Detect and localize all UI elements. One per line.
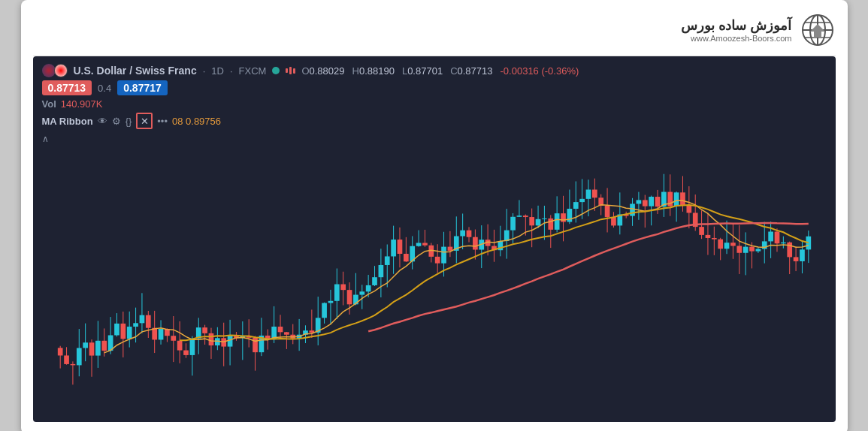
svg-rect-6	[814, 32, 821, 38]
candlestick-chart	[42, 144, 827, 414]
gear-icon[interactable]: ⚙	[112, 116, 121, 127]
outer-container: آموزش ساده بورس www.Amoozesh-Boors.com U…	[21, 0, 848, 431]
logo-subtitle: www.Amoozesh-Boors.com	[681, 34, 791, 43]
indicator-value: 08 0.89756	[172, 116, 221, 127]
logo-text: آموزش ساده بورس www.Amoozesh-Boors.com	[681, 17, 791, 43]
collapse-arrow[interactable]: ∧	[42, 134, 827, 144]
vol-label: Vol	[42, 98, 56, 110]
price-bid: 0.87713	[42, 80, 92, 95]
more-icon[interactable]: •••	[157, 116, 168, 127]
pair-name: U.S. Dollar / Swiss Franc	[74, 65, 197, 77]
ohlc-h: H0.88190	[352, 65, 395, 77]
broker: FXCM	[239, 65, 267, 77]
chart-container: U.S. Dollar / Swiss Franc · 1D · FXCM O0…	[33, 56, 836, 422]
flag-ch	[54, 64, 68, 77]
svg-marker-7	[810, 24, 825, 32]
bar1	[286, 68, 288, 73]
vol-val: 140.907K	[61, 98, 103, 110]
price-ask: 0.87717	[117, 80, 168, 95]
pair-flags	[42, 64, 68, 77]
ohlc-change: -0.00316 (-0.36%)	[501, 65, 579, 77]
logo-globe-icon	[800, 12, 836, 48]
chart-header: U.S. Dollar / Swiss Franc · 1D · FXCM O0…	[42, 64, 827, 77]
braces-icon[interactable]: {}	[126, 116, 132, 127]
price-row: 0.87713 0.4 0.87717	[42, 80, 827, 95]
status-bar-icon	[286, 67, 295, 74]
bar3	[293, 68, 295, 74]
close-button[interactable]: ✕	[136, 113, 153, 129]
flag-us	[42, 64, 56, 77]
logo-title: آموزش ساده بورس	[681, 17, 791, 34]
ohlc-data: O0.88029 H0.88190 L0.87701 C0.87713 -0.0…	[301, 65, 579, 77]
timeframe: 1D	[211, 65, 224, 77]
separator2: ·	[230, 65, 233, 77]
eye-icon[interactable]: 👁	[98, 116, 107, 127]
indicator-row: MA Ribbon 👁 ⚙ {} ✕ ••• 08 0.89756	[42, 113, 827, 129]
chart-canvas	[42, 144, 827, 414]
logo-area: آموزش ساده بورس www.Amoozesh-Boors.com	[33, 12, 836, 56]
ohlc-c: C0.87713	[450, 65, 492, 77]
ohlc-l: L0.87701	[402, 65, 443, 77]
price-spread: 0.4	[98, 83, 111, 94]
status-dot	[272, 67, 280, 74]
ohlc-o: O0.88029	[301, 65, 344, 77]
indicator-name: MA Ribbon	[42, 116, 93, 127]
separator1: ·	[203, 65, 206, 77]
bar2	[289, 67, 292, 74]
vol-row: Vol 140.907K	[42, 98, 827, 110]
